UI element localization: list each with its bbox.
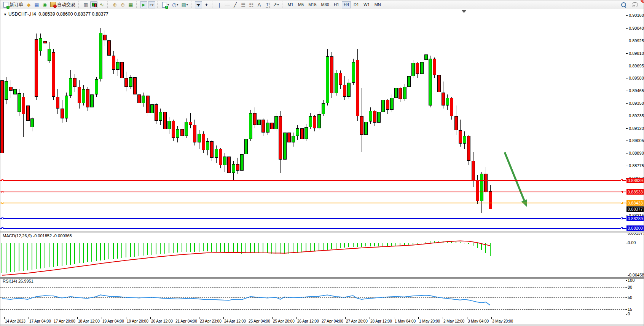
line-handle[interactable]	[2, 179, 3, 181]
chart-title[interactable]: ▼USDCHF-,H4 0.88539 0.88600 0.88377 0.88…	[3, 11, 108, 17]
line-handle[interactable]	[621, 191, 623, 193]
candlestick-chart-button[interactable]	[90, 1, 97, 8]
macd-histogram-bar	[6, 243, 6, 273]
price-axis-label: 0.89580	[629, 76, 644, 80]
macd-histogram-bar	[404, 243, 405, 245]
fibo-channel-tool-button[interactable]: ☷	[248, 1, 255, 8]
timeframe-button-H1[interactable]: H1	[332, 1, 341, 8]
macd-histogram-bar	[421, 243, 422, 243]
candle	[437, 75, 441, 93]
symbol-period-label: USDCHF-,H4	[8, 11, 36, 17]
timeframe-button-D1[interactable]: D1	[352, 1, 361, 8]
timeframe-bar: M1M5M15M30H1H4D1W1MN	[285, 1, 383, 8]
chart-shift-marker[interactable]	[462, 10, 466, 13]
time-axis-tick	[394, 317, 394, 319]
timeframe-button-W1[interactable]: W1	[362, 1, 372, 8]
auto-scroll-button[interactable]: ►	[140, 1, 147, 8]
candle	[159, 112, 162, 121]
arrows-tool-button[interactable]: ↗▾	[272, 1, 280, 8]
line-handle[interactable]	[621, 217, 623, 219]
macd-histogram-bar	[87, 243, 88, 262]
candle	[13, 89, 17, 94]
timeframe-button-M30[interactable]: M30	[319, 1, 331, 8]
horizontal-line-tool-button[interactable]: —	[224, 1, 231, 8]
toolbar: + 新订单 ◆ ▦ ◉ 自动交易 ▥ ∿ ⊕ ⊖ ▦ ► ↦ +▾ ◷▾ ▧▾ …	[0, 0, 644, 9]
new-order-button[interactable]: + 新订单	[2, 1, 24, 8]
macd-histogram-bar	[357, 243, 358, 247]
panel-splitter[interactable]	[0, 277, 644, 279]
time-axis-tick	[345, 317, 346, 319]
price-axis-tick	[626, 141, 628, 141]
candle	[65, 96, 68, 118]
price-axis-label: 0.89350	[629, 101, 644, 105]
periods-button[interactable]: ◷▾	[171, 1, 179, 8]
timeframe-button-M1[interactable]: M1	[286, 1, 295, 8]
cursor-tool-button[interactable]: ➤	[195, 1, 202, 8]
search-button[interactable]	[620, 1, 627, 8]
panel-splitter[interactable]	[0, 232, 644, 233]
text-tool-button[interactable]: A	[256, 1, 263, 8]
macd-histogram-bar	[100, 243, 101, 260]
line-handle[interactable]	[2, 202, 3, 204]
candle	[326, 56, 329, 103]
line-handle[interactable]	[2, 227, 3, 229]
notifications-button[interactable]: 1	[631, 1, 639, 8]
line-handle[interactable]	[621, 227, 623, 229]
candle	[356, 60, 359, 116]
templates-button[interactable]: ▧▾	[180, 1, 189, 8]
timeframe-button-M5[interactable]: M5	[296, 1, 306, 8]
macd-histogram-bar	[164, 243, 165, 254]
signals-button[interactable]: ◉	[41, 1, 48, 8]
line-handle[interactable]	[621, 179, 623, 181]
line-handle[interactable]	[621, 202, 623, 204]
horizontal-line-object[interactable]	[0, 228, 626, 229]
trend-arrow-annotation[interactable]	[505, 152, 527, 207]
text-label-tool-button[interactable]: T	[264, 1, 271, 8]
zoom-out-button[interactable]: ⊖	[119, 1, 126, 8]
clock-icon: ◷	[172, 2, 176, 7]
indicators-button[interactable]: +▾	[161, 1, 170, 8]
fibonacci-tool-button[interactable]: ☰	[240, 1, 247, 8]
candle	[0, 80, 4, 153]
horizontal-line-object[interactable]	[0, 218, 626, 219]
line-handle[interactable]	[2, 217, 3, 219]
candle	[279, 116, 282, 160]
macd-histogram-bar	[374, 243, 375, 246]
price-line-badge: 0.88433	[626, 200, 644, 206]
horizontal-line-object[interactable]	[0, 192, 626, 192]
candle	[78, 87, 81, 103]
macd-histogram-bar	[254, 243, 255, 253]
candle	[394, 88, 398, 98]
timeframe-button-M15[interactable]: M15	[306, 1, 318, 8]
rsi-level-line-15	[0, 309, 626, 310]
line-chart-button[interactable]: ∿	[98, 1, 105, 8]
time-axis-label: 3 May 04:00	[468, 319, 489, 323]
vertical-line-tool-button[interactable]: |	[216, 1, 223, 8]
trendline-icon: ╱	[234, 2, 237, 7]
candle	[90, 94, 94, 107]
horizontal-line-object[interactable]	[0, 203, 626, 203]
tile-windows-icon: ▦	[128, 2, 133, 7]
horizontal-line-object[interactable]	[0, 180, 626, 181]
timeframe-button-MN[interactable]: MN	[373, 1, 383, 8]
time-axis-tick	[467, 317, 467, 319]
candle	[206, 141, 209, 150]
line-handle[interactable]	[2, 191, 3, 193]
candle	[454, 116, 458, 130]
zoom-in-button[interactable]: ⊕	[111, 1, 118, 8]
line-chart-icon: ∿	[100, 2, 104, 7]
trendline-tool-button[interactable]: ╱	[232, 1, 239, 8]
auto-trading-button[interactable]: 自动交易	[49, 1, 77, 8]
candle	[420, 62, 424, 74]
macd-histogram-bar	[62, 243, 62, 266]
timeframe-button-H4[interactable]: H4	[342, 1, 351, 8]
chart-profile-button[interactable]: ◆	[25, 1, 32, 8]
horizontal-line-object[interactable]	[0, 209, 626, 209]
crosshair-tool-button[interactable]: +	[203, 1, 210, 8]
tile-windows-button[interactable]: ▦	[127, 1, 134, 8]
bar-chart-button[interactable]: ▥	[82, 1, 89, 8]
macd-histogram-bar	[391, 243, 392, 246]
market-watch-button[interactable]: ▦	[33, 1, 40, 8]
chart-shift-button[interactable]: ↦	[148, 1, 155, 8]
candle	[112, 56, 115, 70]
